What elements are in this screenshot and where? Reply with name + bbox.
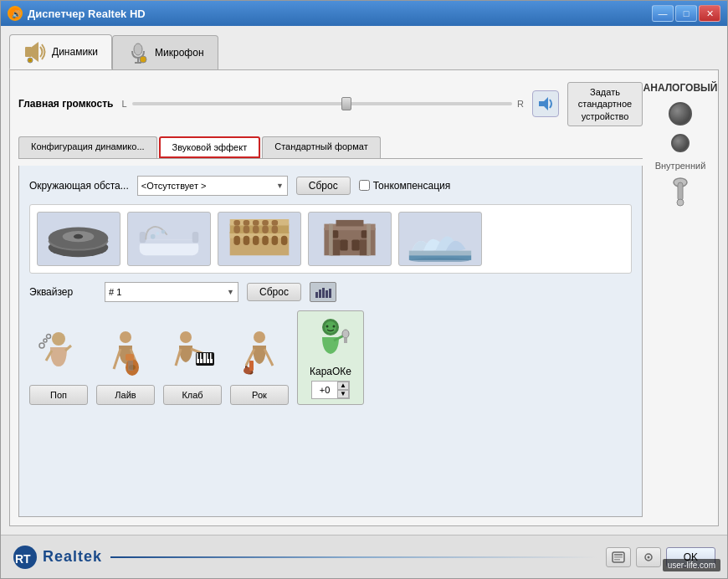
footer-info-button[interactable] bbox=[606, 547, 631, 567]
tab-config-label: Конфигурация динамико... bbox=[31, 141, 145, 151]
tab-format-label: Стандартный формат bbox=[274, 141, 367, 151]
karaoke-figure bbox=[308, 316, 354, 362]
svg-rect-54 bbox=[409, 251, 471, 256]
preset-live-button[interactable]: Лайв bbox=[96, 385, 155, 405]
tab-effect[interactable]: Звуковой эффект bbox=[159, 136, 261, 158]
realtek-logo: RT Realtek bbox=[13, 545, 102, 570]
svg-rect-57 bbox=[315, 292, 318, 298]
tab-microphone[interactable]: Микрофон bbox=[112, 35, 218, 69]
svg-point-90 bbox=[333, 325, 336, 328]
preset-live-figure bbox=[96, 327, 155, 382]
tab-format[interactable]: Стандартный формат bbox=[262, 136, 380, 158]
microphone-tab-label: Микрофон bbox=[155, 47, 203, 59]
svg-rect-72 bbox=[126, 354, 134, 361]
svg-point-89 bbox=[326, 325, 329, 328]
preset-club-figure bbox=[163, 327, 222, 382]
svg-rect-45 bbox=[336, 220, 364, 227]
svg-rect-27 bbox=[233, 236, 240, 245]
title-bar: 🔊 Диспетчер Realtek HD — □ ✕ bbox=[1, 1, 727, 26]
svg-point-9 bbox=[140, 56, 146, 63]
svg-rect-38 bbox=[233, 220, 240, 226]
eq-grid-button[interactable] bbox=[310, 282, 336, 302]
device-button-text: Задатьстандартноеустройство bbox=[577, 86, 633, 122]
svg-rect-59 bbox=[322, 288, 325, 298]
maximize-button[interactable]: □ bbox=[675, 5, 697, 22]
svg-rect-37 bbox=[272, 225, 279, 233]
preset-rock-figure bbox=[230, 327, 289, 382]
svg-rect-81 bbox=[202, 353, 203, 359]
preset-pop-button[interactable]: Поп bbox=[29, 385, 88, 405]
eq-label: Эквайзер bbox=[29, 286, 96, 298]
main-panel: Главная громкость L R bbox=[9, 69, 719, 526]
env-value: <Отсутствует > bbox=[141, 181, 207, 191]
preset-live-label: Лайв bbox=[115, 390, 136, 400]
svg-rect-36 bbox=[262, 225, 269, 233]
svg-point-62 bbox=[52, 332, 65, 346]
svg-point-20 bbox=[151, 234, 156, 239]
top-tab-bar: Динамики Микрофон bbox=[9, 34, 719, 69]
preset-rock: Рок bbox=[230, 327, 289, 405]
volume-slider-track[interactable] bbox=[132, 102, 512, 105]
realtek-text: Realtek bbox=[43, 548, 102, 566]
volume-icon[interactable] bbox=[532, 90, 559, 117]
svg-rect-53 bbox=[367, 224, 371, 256]
karaoke-value-input[interactable] bbox=[312, 385, 337, 395]
svg-rect-32 bbox=[281, 236, 288, 245]
svg-rect-17 bbox=[140, 239, 199, 243]
svg-rect-2 bbox=[25, 47, 32, 57]
karaoke-box: КараОКе ▲ ▼ bbox=[297, 310, 364, 405]
right-panel: АНАЛОГОВЫЙ Внутренний bbox=[651, 79, 710, 517]
svg-point-63 bbox=[39, 343, 44, 348]
analog-label: АНАЛОГОВЫЙ bbox=[643, 82, 718, 94]
env-img-colosseum[interactable] bbox=[218, 212, 301, 266]
close-button[interactable]: ✕ bbox=[699, 5, 720, 22]
env-img-bathtub[interactable] bbox=[127, 212, 211, 266]
tab-speakers[interactable]: Динамики bbox=[9, 34, 112, 69]
svg-rect-94 bbox=[678, 182, 683, 201]
svg-point-84 bbox=[254, 331, 265, 343]
env-img-opera[interactable] bbox=[398, 212, 482, 266]
window-controls: — □ ✕ bbox=[652, 5, 720, 22]
device-button[interactable]: Задатьстандартноеустройство bbox=[567, 82, 643, 126]
speakers-icon bbox=[23, 40, 47, 64]
tab-config[interactable]: Конфигурация динамико... bbox=[18, 136, 157, 158]
knob-1[interactable] bbox=[669, 102, 692, 126]
svg-rect-101 bbox=[614, 559, 620, 561]
footer-settings-button[interactable] bbox=[636, 547, 661, 567]
preset-pop-figure bbox=[29, 327, 88, 382]
karaoke-spinner[interactable]: ▲ ▼ bbox=[311, 381, 350, 399]
tone-checkbox[interactable] bbox=[359, 180, 370, 191]
env-dropdown[interactable]: <Отсутствует > ▼ bbox=[137, 176, 288, 196]
preset-pop: Поп bbox=[29, 327, 88, 405]
eq-reset-button[interactable]: Сброс bbox=[247, 283, 301, 301]
svg-point-21 bbox=[156, 232, 159, 235]
env-row: Окружающая обста... <Отсутствует > ▼ Сбр… bbox=[29, 176, 632, 196]
wrench-icon bbox=[667, 179, 694, 206]
svg-rect-30 bbox=[262, 236, 269, 245]
tone-check[interactable]: Тонкомпенсация bbox=[359, 180, 451, 192]
internal-label: Внутренний bbox=[655, 161, 706, 171]
preset-rock-button[interactable]: Рок bbox=[230, 385, 289, 405]
inner-tab-bar: Конфигурация динамико... Звуковой эффект… bbox=[18, 136, 643, 159]
spinner-up-button[interactable]: ▲ bbox=[337, 382, 349, 390]
eq-dropdown[interactable]: # 1 ▼ bbox=[105, 282, 238, 302]
spinner-down-button[interactable]: ▼ bbox=[337, 390, 349, 398]
svg-rect-80 bbox=[198, 353, 200, 359]
window-title: Диспетчер Realtek HD bbox=[28, 8, 652, 20]
svg-text:🔊: 🔊 bbox=[12, 9, 22, 19]
volume-slider-thumb[interactable] bbox=[341, 97, 351, 110]
knob-2[interactable] bbox=[671, 134, 690, 152]
env-reset-button[interactable]: Сброс bbox=[296, 177, 351, 195]
preset-rock-label: Рок bbox=[252, 390, 267, 400]
svg-rect-92 bbox=[344, 338, 347, 343]
env-img-disk[interactable] bbox=[37, 212, 120, 266]
svg-rect-82 bbox=[208, 353, 210, 359]
env-img-stone[interactable] bbox=[308, 212, 392, 266]
env-images bbox=[29, 204, 632, 274]
minimize-button[interactable]: — bbox=[652, 5, 674, 22]
watermark: user-life.com bbox=[663, 559, 720, 571]
volume-section: Главная громкость L R bbox=[18, 79, 643, 130]
svg-point-95 bbox=[677, 199, 684, 206]
preset-club-label: Клаб bbox=[182, 390, 203, 400]
preset-club-button[interactable]: Клаб bbox=[163, 385, 222, 405]
